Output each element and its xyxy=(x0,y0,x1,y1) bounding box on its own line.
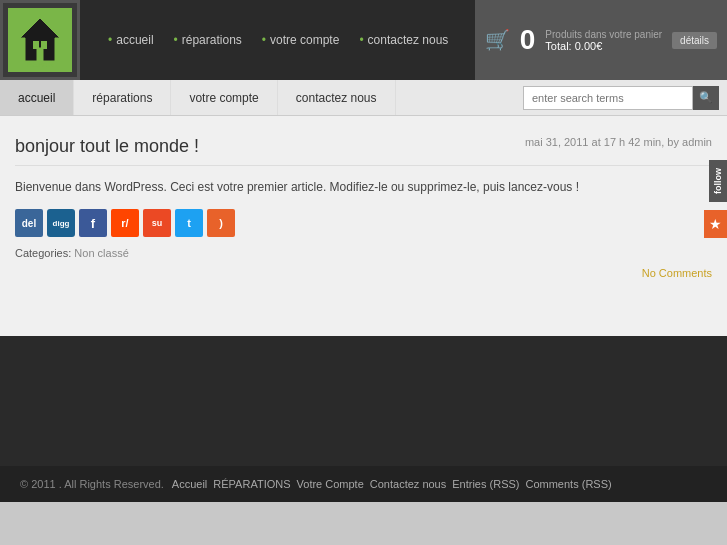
footer-copyright: © 2011 . All Rights Reserved. xyxy=(20,478,164,490)
post-meta: mai 31, 2011 at 17 h 42 min, by admin xyxy=(525,136,712,148)
search-area: 🔍 xyxy=(523,86,727,110)
top-nav-reparations[interactable]: réparations xyxy=(166,29,250,51)
search-input[interactable] xyxy=(523,86,693,110)
footer-link-accueil[interactable]: Accueil xyxy=(172,478,207,490)
cart-count: 0 xyxy=(520,24,536,56)
social-delicious[interactable]: del xyxy=(15,209,43,237)
top-nav-votre-compte[interactable]: votre compte xyxy=(254,29,348,51)
nav-tab-accueil[interactable]: accueil xyxy=(0,80,74,115)
social-stumbleupon[interactable]: su xyxy=(143,209,171,237)
footer-link-comments-rss[interactable]: Comments (RSS) xyxy=(525,478,611,490)
header: REPAR accueil réparations votre compte c… xyxy=(0,0,727,80)
main-content: bonjour tout le monde ! mai 31, 2011 at … xyxy=(0,116,727,336)
footer-link-reparations[interactable]: RÉPARATIONS xyxy=(213,478,290,490)
social-facebook[interactable]: f xyxy=(79,209,107,237)
nav-tab-reparations[interactable]: réparations xyxy=(74,80,171,115)
post-title: bonjour tout le monde ! xyxy=(15,136,199,157)
logo: REPAR xyxy=(0,0,80,80)
cart-details-button[interactable]: détails xyxy=(672,32,717,49)
no-comments-link[interactable]: No Comments xyxy=(15,267,712,279)
social-icons: del digg f r/ su t ) xyxy=(15,209,712,237)
top-nav-contactez-nous[interactable]: contactez nous xyxy=(351,29,456,51)
follow-button[interactable]: follow xyxy=(709,160,727,202)
nav-tabs: accueil réparations votre compte contact… xyxy=(0,80,396,115)
social-twitter[interactable]: t xyxy=(175,209,203,237)
svg-text:REPAR: REPAR xyxy=(26,60,54,68)
svg-rect-1 xyxy=(33,41,39,49)
footer-bottom: © 2011 . All Rights Reserved. Accueil RÉ… xyxy=(0,466,727,502)
navbar: accueil réparations votre compte contact… xyxy=(0,80,727,116)
footer xyxy=(0,336,727,466)
header-rss-button[interactable]: ★ xyxy=(704,210,727,238)
cart-total: Total: 0.00€ xyxy=(545,40,662,52)
cart-products-label: Produits dans votre panier xyxy=(545,29,662,40)
post-content: Bienvenue dans WordPress. Ceci est votre… xyxy=(15,178,712,197)
top-navigation: accueil réparations votre compte contact… xyxy=(80,29,475,51)
footer-link-contactez-nous[interactable]: Contactez nous xyxy=(370,478,446,490)
category-link[interactable]: Non classé xyxy=(74,247,128,259)
social-digg[interactable]: digg xyxy=(47,209,75,237)
footer-link-votre-compte[interactable]: Votre Compte xyxy=(297,478,364,490)
post-categories: Categories: Non classé xyxy=(15,247,712,259)
post-header: bonjour tout le monde ! mai 31, 2011 at … xyxy=(15,136,712,166)
nav-tab-votre-compte[interactable]: votre compte xyxy=(171,80,277,115)
svg-marker-0 xyxy=(20,18,60,61)
svg-rect-2 xyxy=(41,41,47,49)
cart-icon: 🛒 xyxy=(485,28,510,52)
cart-area: 🛒 0 Produits dans votre panier Total: 0.… xyxy=(475,0,727,80)
social-rss[interactable]: ) xyxy=(207,209,235,237)
social-reddit[interactable]: r/ xyxy=(111,209,139,237)
top-nav-accueil[interactable]: accueil xyxy=(100,29,162,51)
search-button[interactable]: 🔍 xyxy=(693,86,719,110)
cart-info: Produits dans votre panier Total: 0.00€ xyxy=(545,29,662,52)
footer-link-entries-rss[interactable]: Entries (RSS) xyxy=(452,478,519,490)
nav-tab-contactez-nous[interactable]: contactez nous xyxy=(278,80,396,115)
footer-links: Accueil RÉPARATIONS Votre Compte Contact… xyxy=(172,478,612,490)
